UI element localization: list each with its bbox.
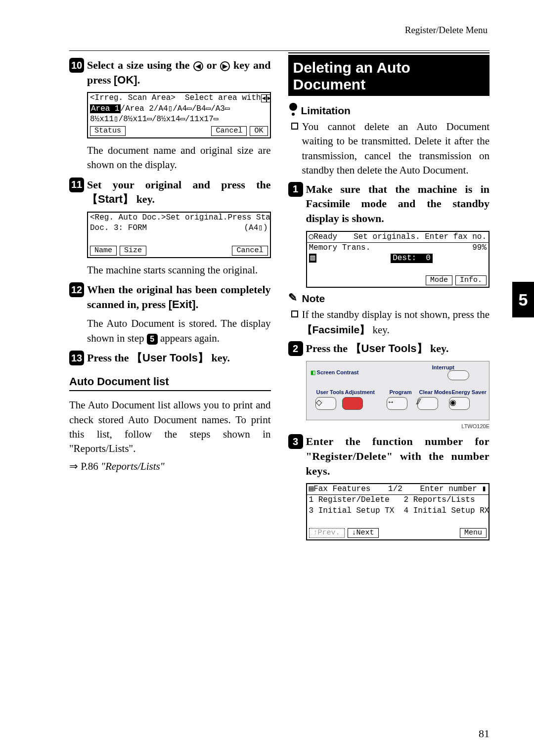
- header-section: Register/Delete Menu: [69, 25, 490, 36]
- step-ref-5-icon: 5: [147, 334, 158, 345]
- step13-a: Press the: [87, 352, 132, 364]
- step-2-text: Press the 【User Tools】 key.: [306, 341, 449, 356]
- user-tools-key-label: User Tools: [142, 352, 198, 364]
- screen-contrast-label: ◧ Screen Contrast: [311, 369, 359, 376]
- note-a: If the standby display is not shown, pre…: [302, 309, 490, 320]
- step-number-2: 2: [288, 341, 303, 356]
- step-11: 11 Set your original and press the 【Star…: [69, 178, 271, 207]
- program-button: ↔: [387, 397, 407, 410]
- interrupt-button: [447, 370, 469, 380]
- header-rule: [69, 50, 490, 51]
- lcd3-line2: Memory Trans.99%: [307, 242, 489, 253]
- step-number-10: 10: [69, 58, 84, 73]
- lcd4-line2: 1 Register/Delete 2 Reports/Lists: [307, 494, 489, 505]
- step-12-text: When the original has been completely sc…: [87, 282, 271, 311]
- bullet-icon-2: [291, 311, 298, 317]
- lcd2-line2: Doc. 3: FORM(A4▯): [88, 223, 270, 233]
- lcd4-line3: 3 Initial Setup TX 4 Initial Setup RX: [307, 506, 489, 516]
- lcd1-cancel-btn: Cancel: [211, 126, 247, 136]
- lcd1-line1: <Irreg. Scan Area> Select area with◀▶: [88, 93, 270, 103]
- auto-doc-list-p1: The Auto Document list allows you to pri…: [69, 398, 271, 456]
- step-number-12: 12: [69, 282, 84, 297]
- lcd3-buttons: Mode Info.: [307, 274, 489, 287]
- lcd3-line3: ▥Dest: 0: [307, 253, 489, 264]
- step-10-b: or: [203, 59, 220, 71]
- note-b: key.: [370, 324, 389, 336]
- energy-saver-label: Energy Saver: [452, 389, 487, 395]
- lcd2-cancel-btn: Cancel: [232, 246, 267, 256]
- step-10-text: Select a size using the ◀ or ▶ key and p…: [87, 58, 271, 87]
- step-13: 13 Press the 【User Tools】 key.: [69, 351, 271, 365]
- autodoc-ref-arrow: ⇒ P.86: [69, 460, 101, 472]
- lcd-ready: ◯ReadySet originals. Enter fax no. Memor…: [306, 231, 490, 288]
- adjustment-button: [342, 397, 363, 410]
- start-key-label: Start: [98, 193, 123, 205]
- after-step11-text: The machine starts scanning the original…: [87, 263, 271, 277]
- step-3: 3 Enter the function number for "Registe…: [288, 434, 490, 478]
- lcd2-line1: <Reg. Auto Doc.>Set original.Press Start: [88, 213, 270, 223]
- lcd4-line1: ▤Fax Features1/2Enter number ▮: [307, 484, 489, 494]
- energy-saver-button: ◉: [449, 397, 470, 410]
- facsimile-key-label: Facsimile: [312, 324, 360, 335]
- limitation-icon: [288, 106, 298, 116]
- limitation-text: You cannot delete an Auto Document waiti…: [302, 120, 490, 178]
- lcd4-buttons: ↑Prev. ↓Next Menu: [307, 527, 489, 539]
- note-icon: [288, 293, 299, 304]
- limitation-heading: Limitation: [288, 105, 490, 117]
- limitation-item: You cannot delete an Auto Document waiti…: [291, 120, 490, 178]
- control-panel-illustration: ◧ Screen Contrast Interrupt User Tools A…: [306, 361, 490, 420]
- note-item: If the standby display is not shown, pre…: [291, 308, 490, 337]
- step-10-a: Select a size using the: [87, 59, 193, 71]
- step-1: 1 Make sure that the machine is in Facsi…: [288, 182, 490, 226]
- lcd4-blank: [307, 516, 489, 527]
- step-number-11: 11: [69, 178, 84, 192]
- after-step10-text: The document name and original size are …: [87, 143, 271, 173]
- lcd2-blank: [88, 233, 270, 244]
- lcd-reg-auto-doc: <Reg. Auto Doc.>Set original.Press Start…: [87, 212, 271, 258]
- ok-label: [OK]: [114, 74, 137, 86]
- left-arrow-icon: ◀: [193, 61, 203, 71]
- lcd2-name-btn: Name: [90, 246, 117, 256]
- lcd1-line2: Area 1/Area 2/A4▯/A4▭/B4▭/A3▭: [88, 104, 270, 114]
- step-number-3: 3: [288, 434, 303, 449]
- clear-modes-label: Clear Modes: [419, 389, 451, 395]
- right-arrow-icon: ▶: [220, 61, 230, 71]
- step11-b: key.: [134, 193, 155, 205]
- user-tools-key-label-2: User Tools: [361, 342, 417, 355]
- lcd2-buttons: Name Size Cancel: [88, 244, 270, 257]
- chapter-tab: 5: [512, 282, 534, 317]
- step11-a: Set your original and press the: [87, 178, 271, 191]
- note-heading: Note: [288, 293, 490, 305]
- page-number: 81: [479, 727, 490, 740]
- step-10-period: .: [137, 74, 140, 86]
- step-12: 12 When the original has been completely…: [69, 282, 271, 311]
- lcd2-size-btn: Size: [120, 246, 146, 256]
- note-label: Note: [302, 293, 325, 305]
- lcd3-blank: [307, 264, 489, 274]
- step-10: 10 Select a size using the ◀ or ▶ key an…: [69, 58, 271, 87]
- step-11-text: Set your original and press the 【Start】 …: [87, 178, 271, 207]
- panel-caption: LTWO120E: [306, 423, 490, 429]
- lcd3-mode-btn: Mode: [426, 275, 452, 285]
- step-2: 2 Press the 【User Tools】 key.: [288, 341, 490, 356]
- lcd4-prev-btn: ↑Prev.: [309, 528, 345, 538]
- deleting-auto-document-title: Deleting an Auto Document: [288, 55, 490, 96]
- lcd1-line3: 8½x11▯/8½x11▭/8½x14▭/11x17▭: [88, 114, 270, 125]
- lcd1-ok-btn: OK: [250, 126, 267, 136]
- lcd4-menu-btn: Menu: [460, 528, 487, 538]
- step-number-1: 1: [288, 182, 303, 197]
- lcd4-next-btn: ↓Next: [348, 528, 379, 538]
- clear-modes-button: ⁄⁄: [417, 397, 438, 410]
- lcd-fax-features: ▤Fax Features1/2Enter number ▮ 1 Registe…: [306, 483, 490, 540]
- program-label: Program: [390, 389, 412, 395]
- step2-b: key.: [428, 342, 449, 355]
- step13-b: key.: [209, 352, 230, 364]
- limitation-label: Limitation: [301, 105, 351, 117]
- bullet-icon: [291, 123, 298, 130]
- right-column: Deleting an Auto Document Limitation You…: [288, 55, 490, 545]
- lcd1-buttons: Status Cancel OK: [88, 125, 270, 137]
- after12-b: appears again.: [158, 332, 220, 344]
- user-tools-label: User Tools: [316, 389, 344, 395]
- step-13-text: Press the 【User Tools】 key.: [87, 351, 230, 365]
- step-number-13: 13: [69, 351, 84, 365]
